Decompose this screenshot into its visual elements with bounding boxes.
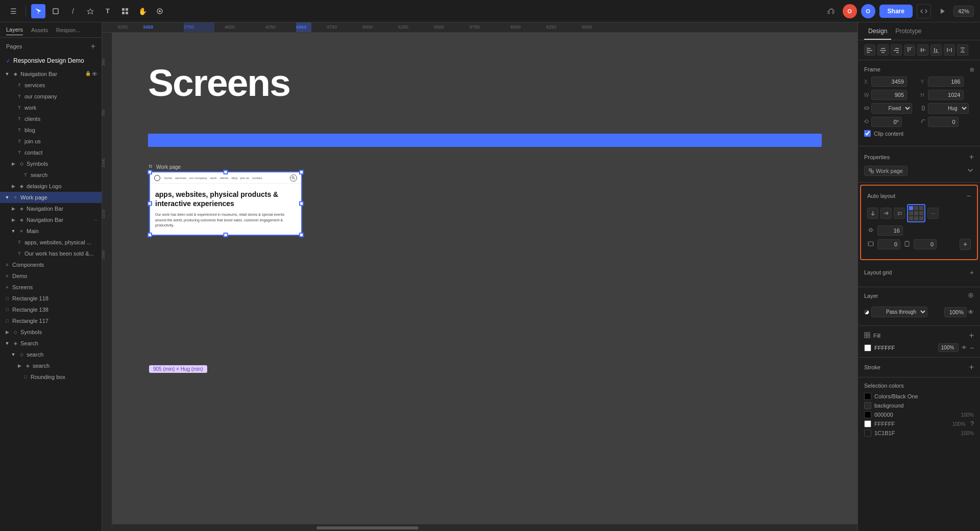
tree-item-services[interactable]: T services [0,80,102,91]
tree-item-delasign-logo[interactable]: ▶ ◈ delasign Logo [0,181,102,192]
w-input[interactable] [871,90,907,100]
tab-prototype[interactable]: Prototype [891,22,925,40]
layout-more-options[interactable]: ··· [927,208,939,219]
fill-visibility-icon[interactable]: 👁 [962,345,967,350]
tree-item-contact[interactable]: T contact [0,147,102,158]
lock-icon[interactable]: 🔒 [85,71,91,77]
tree-item-blog[interactable]: T blog [0,124,102,136]
play-icon[interactable] [935,4,949,18]
tree-item-search-text[interactable]: T search [0,169,102,181]
padding-h-input[interactable]: 0 [877,239,900,249]
fill-grid-icon[interactable] [864,332,870,340]
remove-fill-button[interactable]: − [970,344,974,352]
shape-tool[interactable] [83,4,97,18]
more-icon[interactable]: ··· [93,217,97,222]
tree-item-rect-118[interactable]: □ Rectangle 118 [0,293,102,304]
tree-item-search-comp[interactable]: ▶ ◈ search [0,360,102,371]
tree-item-nav-bar-comp1[interactable]: ▶ ◈ Navigation Bar [0,203,102,214]
sel-color-swatch-4[interactable] [864,429,871,437]
tree-item-nav-bar-comp2[interactable]: ▶ ◈ Navigation Bar ··· [0,214,102,225]
tree-item-our-work[interactable]: T Our work has been sold &... [0,248,102,259]
tree-item-search-group[interactable]: ▼ ◇ search [0,349,102,360]
distribute-h-icon[interactable] [944,44,955,56]
rotation-input[interactable] [871,117,902,127]
add-fill-button[interactable]: + [969,331,974,340]
work-page-badge[interactable]: Work page [864,166,908,176]
work-page-frame[interactable]: home services our company work clients b… [149,171,302,236]
tree-item-work-page[interactable]: ▼ ≡ Work page [0,192,102,203]
move-tool[interactable] [31,4,45,18]
sel-color-swatch-2[interactable] [864,411,871,418]
tree-item-demo[interactable]: ≡ Demo [0,270,102,282]
tree-item-components[interactable]: ≡ Components [0,259,102,270]
tree-item-clients[interactable]: T clients [0,113,102,124]
h-input[interactable] [928,90,964,100]
tab-layers[interactable]: Layers [6,27,23,35]
layer-visibility-icon[interactable]: 👁 [968,309,974,316]
handle-tl[interactable] [148,170,152,174]
sel-color-swatch-1[interactable] [864,402,871,409]
gap-input[interactable]: 16 [877,225,903,236]
text-tool[interactable]: T [101,4,115,18]
remove-auto-layout-button[interactable]: − [967,192,971,200]
fill-opacity-input[interactable] [938,343,959,352]
expand-frame-icon[interactable]: ⊞ [970,67,974,72]
scrollbar-thumb[interactable] [316,526,419,529]
horizontal-scrollbar[interactable] [112,524,857,531]
align-center-h-icon[interactable] [877,44,889,56]
layout-direction-down[interactable] [867,208,878,219]
tree-item-rect-117[interactable]: □ Rectangle 117 [0,315,102,326]
tree-item-symbols-root[interactable]: ▶ ◇ Symbols [0,326,102,338]
alignment-grid-selector[interactable] [907,204,925,222]
constraint-v-select[interactable]: Hug Fixed Fill [928,103,969,114]
tree-item-symbols[interactable]: ▶ ◇ Symbols [0,158,102,169]
tree-item-rounding-box[interactable]: □ Rounding box [0,371,102,383]
tree-item-screens[interactable]: ≡ Screens [0,282,102,293]
canvas-area[interactable]: 3250 3459 3750 4000 4250 4364 4750 5000 … [102,22,857,531]
handle-tr[interactable] [299,170,304,174]
comment-tool[interactable] [153,4,167,18]
layer-opacity-input[interactable] [944,307,967,317]
add-layout-grid-button[interactable]: + [970,268,974,276]
tree-item-join-us[interactable]: T join us [0,136,102,147]
tree-item-apps-heading[interactable]: T apps, websites, physical ... [0,237,102,248]
tab-design[interactable]: Design [864,22,891,40]
tab-responsive[interactable]: Respon... [56,27,80,35]
distribute-v-icon[interactable] [957,44,968,56]
frame-tool[interactable] [48,4,63,18]
sel-color-swatch-3[interactable] [864,420,871,427]
align-right-icon[interactable] [891,44,902,56]
tree-item-work[interactable]: T work [0,102,102,113]
handle-bc[interactable] [224,233,228,237]
layout-direction-right[interactable] [880,208,892,219]
blend-mode-select[interactable]: Pass through Normal Multiply [871,307,927,317]
handle-bl[interactable] [148,233,152,237]
align-left-icon[interactable] [864,44,875,56]
handle-ml[interactable] [148,201,152,206]
tree-item-search-frame[interactable]: ▼ ◈ Search [0,338,102,349]
radius-input[interactable] [928,117,959,127]
code-view-icon[interactable] [917,4,931,18]
properties-more-icon[interactable] [967,167,974,175]
headphone-icon[interactable] [824,4,839,18]
canvas-content[interactable]: Screens Work page [112,33,857,521]
fill-color-swatch[interactable] [864,344,871,351]
constraint-h-select[interactable]: Fixed Fill Hug [871,103,912,114]
sel-color-swatch-0[interactable] [864,393,871,400]
handle-mr[interactable] [299,201,304,206]
layer-section-icon[interactable] [968,292,974,299]
padding-expand-icon[interactable] [960,239,971,250]
components-tool[interactable] [118,4,132,18]
hand-tool[interactable]: ✋ [135,4,150,18]
handle-br[interactable] [299,233,304,237]
zoom-level[interactable]: 42% [953,6,974,17]
align-top-icon[interactable] [904,44,915,56]
add-stroke-button[interactable]: + [969,363,974,372]
handle-tc[interactable] [224,170,228,174]
padding-v-input[interactable]: 0 [914,239,937,249]
add-property-button[interactable]: + [969,153,974,162]
sel-color-info-3[interactable]: ? [970,420,974,427]
eye-icon[interactable]: 👁 [92,71,97,77]
pencil-tool[interactable]: / [66,4,80,18]
align-middle-icon[interactable] [917,44,928,56]
